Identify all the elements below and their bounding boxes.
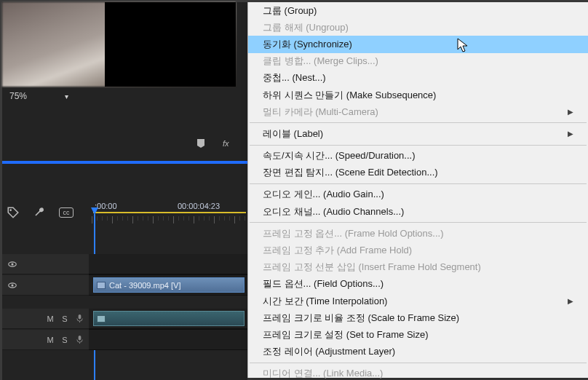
menu-item-label: 그룹 (Group) xyxy=(263,4,317,17)
submenu-arrow-icon: ▶ xyxy=(568,108,573,116)
menu-separator xyxy=(250,183,587,184)
menu-item[interactable]: 레이블 (Label)▶ xyxy=(248,125,588,142)
menu-item-label: 그룹 해제 (Ungroup) xyxy=(263,21,349,34)
video-preview-letterbox xyxy=(105,2,236,87)
mic-icon[interactable] xyxy=(74,314,84,324)
menu-separator xyxy=(250,222,587,223)
menu-item-label: 하위 시퀀스 만들기 (Make Subsequence) xyxy=(263,89,436,102)
menu-item-label: 프레임 고정 선분 삽입 (Insert Frame Hold Segment) xyxy=(263,261,481,274)
menu-item: 클립 병합... (Merge Clips...) xyxy=(248,53,588,70)
menu-item: 그룹 해제 (Ungroup) xyxy=(248,19,588,36)
menu-item[interactable]: 프레임 크기로 비율 조정 (Scale to Frame Size) xyxy=(248,309,588,326)
zoom-value: 75% xyxy=(9,91,27,101)
menu-item: 미디어 연결... (Link Media...) xyxy=(248,365,588,380)
eye-icon[interactable] xyxy=(7,280,18,291)
marker-icon[interactable] xyxy=(195,138,207,149)
menu-item[interactable]: 동기화 (Synchronize) xyxy=(248,36,588,52)
menu-separator xyxy=(250,145,587,146)
clip-label: Cat - 39009.mp4 [V] xyxy=(109,281,180,290)
menu-separator xyxy=(250,363,587,363)
mic-icon[interactable] xyxy=(74,335,84,345)
menu-item[interactable]: 시간 보간 (Time Interpolation)▶ xyxy=(248,293,588,309)
track-body[interactable]: Cat - 39009.mp4 [V] xyxy=(89,275,247,296)
timeline-tool-row: cc xyxy=(7,206,74,219)
caption-icon[interactable]: cc xyxy=(59,207,74,218)
svg-point-1 xyxy=(9,209,12,211)
svg-rect-8 xyxy=(78,336,81,340)
menu-item[interactable]: 그룹 (Group) xyxy=(248,2,588,19)
submenu-arrow-icon: ▶ xyxy=(568,297,573,305)
menu-item-label: 장면 편집 탐지... (Scene Edit Detection...) xyxy=(263,166,438,179)
time-ruler[interactable]: :00:00 00:00:04:23 xyxy=(89,202,247,219)
monitor-toolbar: fx xyxy=(2,124,247,162)
menu-item: 프레임 고정 선분 삽입 (Insert Frame Hold Segment) xyxy=(248,259,588,276)
playhead[interactable] xyxy=(91,207,98,218)
solo-button[interactable]: S xyxy=(60,314,70,323)
menu-item-label: 멀티 카메라 (Multi-Camera) xyxy=(263,106,378,119)
menu-item: 프레임 고정 옵션... (Frame Hold Options...) xyxy=(248,225,588,242)
tag-icon[interactable] xyxy=(7,206,20,219)
menu-item[interactable]: 오디오 채널... (Audio Channels...) xyxy=(248,203,588,220)
menu-separator xyxy=(250,122,587,123)
wrench-icon[interactable] xyxy=(33,206,46,219)
audio-clip[interactable] xyxy=(93,311,245,326)
menu-item-label: 동기화 (Synchronize) xyxy=(263,38,352,51)
menu-item-label: 프레임 고정 추가 (Add Frame Hold) xyxy=(263,244,412,257)
solo-button[interactable]: S xyxy=(60,336,70,344)
clip-fx-icon xyxy=(97,282,106,289)
track-a1[interactable]: M S xyxy=(2,309,247,329)
menu-item-label: 오디오 채널... (Audio Channels...) xyxy=(263,205,404,218)
submenu-arrow-icon: ▶ xyxy=(568,130,573,138)
svg-rect-6 xyxy=(78,314,81,319)
menu-item: 프레임 고정 추가 (Add Frame Hold) xyxy=(248,242,588,258)
track-body[interactable] xyxy=(89,330,247,350)
zoom-dropdown[interactable]: 75% ▾ xyxy=(9,89,75,103)
track-body[interactable] xyxy=(89,309,247,329)
menu-item-label: 속도/지속 시간... (Speed/Duration...) xyxy=(263,149,416,162)
menu-item-label: 프레임 크기로 비율 조정 (Scale to Frame Size) xyxy=(263,312,459,325)
menu-item-label: 레이블 (Label) xyxy=(263,127,323,140)
track-header[interactable] xyxy=(2,275,89,296)
track-header[interactable] xyxy=(2,254,89,274)
track-v1[interactable]: Cat - 39009.mp4 [V] xyxy=(2,275,247,296)
track-divider xyxy=(2,296,247,309)
work-area-bar[interactable] xyxy=(93,212,246,213)
svg-text:fx: fx xyxy=(223,139,229,148)
menu-item-label: 프레임 고정 옵션... (Frame Hold Options...) xyxy=(263,227,444,240)
track-header[interactable]: M S xyxy=(2,309,89,329)
context-menu: 그룹 (Group)그룹 해제 (Ungroup)동기화 (Synchroniz… xyxy=(247,2,588,378)
fx-icon[interactable]: fx xyxy=(223,138,234,149)
mute-button[interactable]: M xyxy=(45,336,55,344)
menu-item-label: 미디어 연결... (Link Media...) xyxy=(263,367,383,380)
menu-item[interactable]: 필드 옵션... (Field Options...) xyxy=(248,276,588,293)
menu-item[interactable]: 프레임 크기로 설정 (Set to Frame Size) xyxy=(248,326,588,343)
menu-item[interactable]: 중첩... (Nest...) xyxy=(248,70,588,87)
svg-point-5 xyxy=(11,284,13,286)
menu-item-label: 조정 레이어 (Adjustment Layer) xyxy=(263,345,395,358)
app-frame: 75% ▾ fx cc :00:00 00:00:04:23 xyxy=(0,0,588,380)
clip-fx-icon xyxy=(97,315,106,322)
menu-item[interactable]: 속도/지속 시간... (Speed/Duration...) xyxy=(248,148,588,165)
menu-item[interactable]: 오디오 게인... (Audio Gain...) xyxy=(248,186,588,203)
ruler-tick-label: 00:00:04:23 xyxy=(178,202,220,210)
menu-item[interactable]: 장면 편집 탐지... (Scene Edit Detection...) xyxy=(248,165,588,181)
menu-item-label: 시간 보간 (Time Interpolation) xyxy=(263,295,387,308)
track-body[interactable] xyxy=(89,254,247,274)
menu-item-label: 중첩... (Nest...) xyxy=(263,71,326,84)
video-clip[interactable]: Cat - 39009.mp4 [V] xyxy=(93,277,245,293)
panel-divider xyxy=(2,162,247,164)
ruler-ticks xyxy=(92,216,247,223)
chevron-down-icon: ▾ xyxy=(65,92,68,100)
timeline-panel: cc :00:00 00:00:04:23 xyxy=(2,162,247,380)
menu-item[interactable]: 조정 레이어 (Adjustment Layer) xyxy=(248,344,588,360)
eye-icon[interactable] xyxy=(7,258,18,270)
svg-point-3 xyxy=(11,263,13,265)
mute-button[interactable]: M xyxy=(45,314,55,323)
menu-item[interactable]: 하위 시퀀스 만들기 (Make Subsequence) xyxy=(248,87,588,103)
track-header[interactable]: M S xyxy=(2,330,89,350)
program-monitor: 75% ▾ xyxy=(2,2,247,106)
track-v2[interactable] xyxy=(2,254,247,274)
menu-item-label: 클립 병합... (Merge Clips...) xyxy=(263,55,378,68)
track-a2[interactable]: M S xyxy=(2,330,247,350)
menu-item-label: 오디오 게인... (Audio Gain...) xyxy=(263,188,384,201)
